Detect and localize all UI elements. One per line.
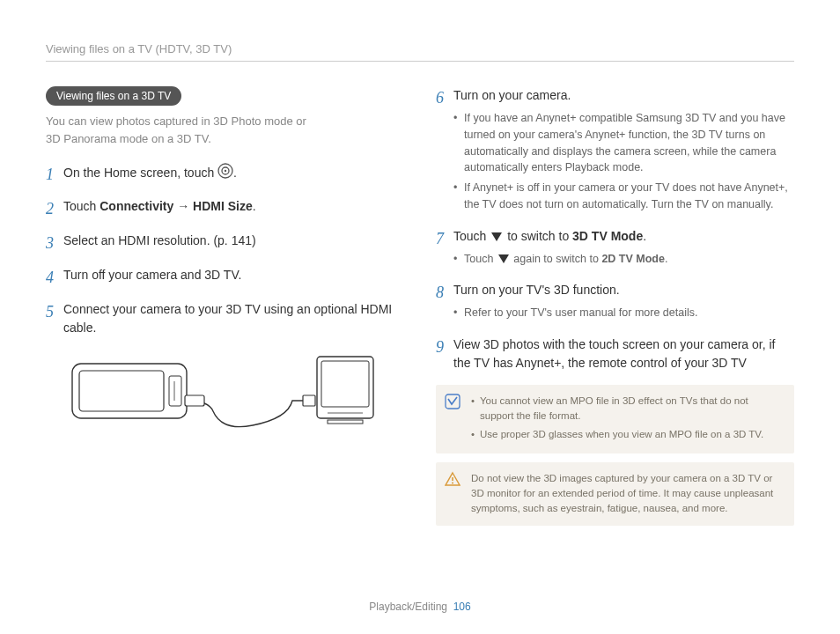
svg-rect-8 [303, 395, 315, 406]
step-body: Select an HDMI resolution. (p. 141) [63, 232, 404, 255]
step-6: 6 Turn on your camera. If you have an An… [436, 86, 794, 217]
step-body: Turn off your camera and 3D TV. [63, 266, 404, 290]
connectivity-label: Connectivity [99, 199, 173, 213]
step-text-part: to switch to [504, 229, 572, 243]
step-number: 6 [436, 86, 453, 217]
step-number: 8 [436, 281, 453, 325]
intro-line2: 3D Panorama mode on a 3D TV. [46, 132, 211, 145]
arrow: → [173, 199, 193, 213]
note-item: Use proper 3D glasses when you view an M… [471, 427, 782, 442]
right-column: 6 Turn on your camera. If you have an An… [436, 86, 794, 526]
svg-rect-13 [446, 394, 460, 409]
step-body: Touch to switch to 3D TV Mode. Touch aga… [453, 227, 794, 271]
step-2: 2 Touch Connectivity → HDMI Size. [46, 197, 404, 221]
step-text-part: Touch [63, 199, 99, 213]
step-3: 3 Select an HDMI resolution. (p. 141) [46, 232, 404, 255]
step-9: 9 View 3D photos with the touch screen o… [436, 335, 794, 372]
step-body: View 3D photos with the touch screen on … [453, 335, 794, 372]
content-columns: Viewing files on a 3D TV You can view ph… [46, 86, 794, 526]
bullet-part: again to switch to [511, 253, 602, 265]
bullet: If you have an Anynet+ compatible Samsun… [453, 110, 794, 176]
step-8-bullets: Refer to your TV's user manual for more … [453, 305, 794, 321]
page-number: 106 [453, 601, 471, 613]
footer-section: Playback/Editing [369, 601, 447, 613]
step-number: 1 [46, 163, 63, 187]
warning-box: Do not view the 3D images captured by yo… [436, 462, 794, 526]
step-body: Turn on your camera. If you have an Anyn… [453, 86, 794, 217]
step-body: Touch Connectivity → HDMI Size. [63, 197, 404, 221]
mode-2d-label: 2D TV Mode [601, 253, 665, 265]
step-number: 7 [436, 227, 453, 271]
bullet: If Anynet+ is off in your camera or your… [453, 180, 794, 213]
svg-point-2 [225, 170, 226, 172]
period: . [643, 229, 646, 243]
step-5: 5 Connect your camera to your 3D TV usin… [46, 300, 404, 337]
step-4: 4 Turn off your camera and 3D TV. [46, 266, 404, 290]
warning-icon [445, 471, 461, 491]
step-text: Turn on your TV's 3D function. [453, 283, 620, 297]
step-7: 7 Touch to switch to 3D TV Mode. Touch a… [436, 227, 794, 271]
step-number: 4 [46, 266, 63, 290]
step-6-bullets: If you have an Anynet+ compatible Samsun… [453, 110, 794, 213]
note-item: You cannot view an MPO file in 3D effect… [471, 394, 782, 424]
bullet: Refer to your TV's user manual for more … [453, 305, 794, 321]
step-body: On the Home screen, touch . [63, 163, 404, 187]
camera-tv-diagram [63, 348, 380, 436]
note-box: You cannot view an MPO file in 3D effect… [436, 385, 794, 453]
step-text: On the Home screen, touch [63, 166, 217, 180]
bullet-part: Touch [464, 253, 497, 265]
step-text: Turn on your camera. [453, 88, 571, 102]
hdmi-size-label: HDMI Size [193, 199, 253, 213]
left-column: Viewing files on a 3D TV You can view ph… [46, 86, 404, 526]
period: . [253, 199, 256, 213]
down-triangle-icon [491, 232, 502, 241]
mode-3d-label: 3D TV Mode [572, 229, 643, 243]
header-rule [46, 61, 794, 62]
svg-rect-12 [328, 420, 363, 424]
step-body: Turn on your TV's 3D function. Refer to … [453, 281, 794, 325]
svg-rect-7 [185, 395, 204, 406]
warning-text: Do not view the 3D images captured by yo… [471, 473, 773, 514]
svg-rect-4 [79, 371, 164, 411]
svg-rect-5 [169, 376, 181, 406]
step-8: 8 Turn on your TV's 3D function. Refer t… [436, 281, 794, 325]
intro-line1: You can view photos captured in 3D Photo… [46, 114, 306, 128]
step-number: 3 [46, 232, 63, 255]
step-1: 1 On the Home screen, touch . [46, 163, 404, 187]
home-mode-icon [217, 163, 233, 184]
bullet: Touch again to switch to 2D TV Mode. [453, 251, 794, 268]
step-body: Connect your camera to your 3D TV using … [63, 300, 404, 337]
page-header: Viewing files on a TV (HDTV, 3D TV) [46, 42, 794, 55]
down-triangle-icon [498, 254, 509, 263]
period: . [665, 253, 667, 265]
step-number: 5 [46, 300, 63, 337]
svg-rect-10 [321, 361, 369, 407]
step-7-bullets: Touch again to switch to 2D TV Mode. [453, 251, 794, 268]
step-number: 9 [436, 335, 453, 372]
note-icon [445, 394, 461, 414]
section-pill: Viewing files on a 3D TV [46, 86, 181, 106]
intro-text: You can view photos captured in 3D Photo… [46, 113, 404, 147]
step-text-part: Touch [453, 229, 490, 243]
step-number: 2 [46, 197, 63, 221]
page-footer: Playback/Editing 106 [0, 601, 840, 613]
svg-point-15 [452, 482, 453, 483]
